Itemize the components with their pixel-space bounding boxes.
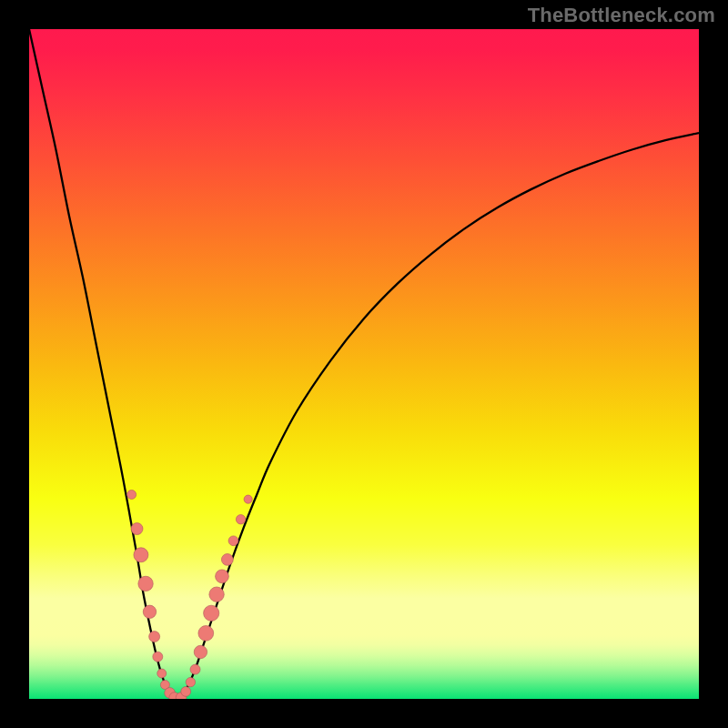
outer-frame: TheBottleneck.com [0, 0, 728, 728]
marker-dot [198, 625, 214, 641]
plot-area [29, 29, 699, 699]
marker-dot [209, 587, 224, 602]
marker-dot [134, 548, 148, 562]
marker-dot [236, 515, 245, 524]
marker-dot [131, 523, 143, 535]
marker-dot [194, 645, 207, 658]
marker-dot [186, 677, 195, 686]
gradient-background [29, 29, 699, 699]
marker-dot [221, 554, 233, 566]
marker-dot [228, 536, 238, 546]
marker-dot [181, 687, 191, 697]
chart-svg [29, 29, 699, 699]
marker-dot [138, 576, 153, 591]
marker-dot [143, 605, 156, 618]
watermark-label: TheBottleneck.com [528, 4, 715, 27]
marker-dot [127, 490, 136, 500]
marker-dot [190, 664, 200, 674]
marker-dot [216, 570, 229, 583]
marker-dot [153, 652, 163, 662]
marker-dot [157, 669, 167, 678]
marker-dot [204, 605, 219, 621]
marker-dot [244, 495, 252, 503]
marker-dot [149, 632, 160, 642]
